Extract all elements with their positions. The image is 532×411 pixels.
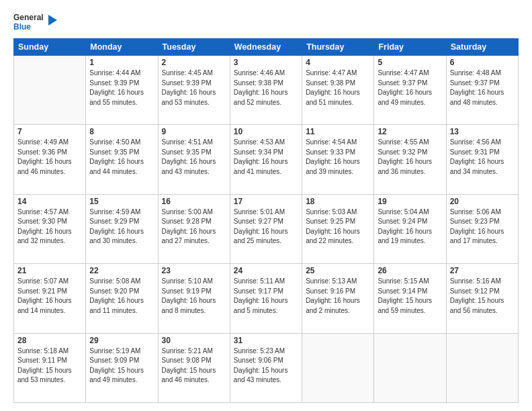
calendar-header-wednesday: Wednesday [230,39,302,56]
calendar-cell: 31Sunrise: 5:23 AM Sunset: 9:06 PM Dayli… [230,333,302,402]
day-number: 22 [89,266,154,275]
calendar-cell: 16Sunrise: 5:00 AM Sunset: 9:28 PM Dayli… [158,194,230,263]
calendar-cell: 29Sunrise: 5:19 AM Sunset: 9:09 PM Dayli… [86,333,158,402]
day-number: 15 [89,197,154,206]
day-info: Sunrise: 4:48 AM Sunset: 9:37 PM Dayligh… [450,68,515,107]
day-number: 19 [378,197,442,206]
day-info: Sunrise: 4:47 AM Sunset: 9:37 PM Dayligh… [378,68,442,107]
day-info: Sunrise: 5:18 AM Sunset: 9:11 PM Dayligh… [17,347,82,385]
calendar-week-3: 14Sunrise: 4:57 AM Sunset: 9:30 PM Dayli… [14,194,519,263]
day-number: 25 [306,266,370,275]
day-number: 27 [450,266,515,275]
day-number: 21 [17,266,82,275]
day-info: Sunrise: 5:00 AM Sunset: 9:28 PM Dayligh… [162,208,226,246]
day-info: Sunrise: 4:45 AM Sunset: 9:39 PM Dayligh… [162,68,226,107]
calendar-cell: 13Sunrise: 4:56 AM Sunset: 9:31 PM Dayli… [446,125,518,194]
day-info: Sunrise: 4:49 AM Sunset: 9:36 PM Dayligh… [17,138,82,177]
day-info: Sunrise: 5:11 AM Sunset: 9:17 PM Dayligh… [234,277,298,316]
day-info: Sunrise: 4:44 AM Sunset: 9:39 PM Dayligh… [89,68,154,107]
calendar-cell [14,56,86,125]
day-info: Sunrise: 5:13 AM Sunset: 9:16 PM Dayligh… [306,277,370,316]
day-info: Sunrise: 4:53 AM Sunset: 9:34 PM Dayligh… [234,138,298,177]
day-number: 23 [162,266,226,275]
day-number: 10 [234,127,298,136]
calendar-cell: 11Sunrise: 4:54 AM Sunset: 9:33 PM Dayli… [302,125,374,194]
calendar-cell: 9Sunrise: 4:51 AM Sunset: 9:35 PM Daylig… [158,125,230,194]
page: General Blue SundayMondayTuesdayWednesda… [0,0,532,411]
calendar-table: SundayMondayTuesdayWednesdayThursdayFrid… [13,38,519,403]
day-info: Sunrise: 4:56 AM Sunset: 9:31 PM Dayligh… [450,138,515,177]
calendar-cell: 4Sunrise: 4:47 AM Sunset: 9:38 PM Daylig… [302,56,374,125]
day-info: Sunrise: 4:54 AM Sunset: 9:33 PM Dayligh… [306,138,370,177]
logo: General Blue [13,11,57,34]
day-number: 3 [234,58,298,67]
day-info: Sunrise: 5:07 AM Sunset: 9:21 PM Dayligh… [17,277,82,316]
calendar-cell: 14Sunrise: 4:57 AM Sunset: 9:30 PM Dayli… [14,194,86,263]
day-number: 1 [89,58,154,67]
calendar-header-sunday: Sunday [14,39,86,56]
svg-marker-2 [48,15,57,26]
calendar-week-1: 1Sunrise: 4:44 AM Sunset: 9:39 PM Daylig… [14,56,519,125]
calendar-week-2: 7Sunrise: 4:49 AM Sunset: 9:36 PM Daylig… [14,125,519,194]
calendar-header-thursday: Thursday [302,39,374,56]
calendar-cell: 1Sunrise: 4:44 AM Sunset: 9:39 PM Daylig… [86,56,158,125]
calendar-cell: 26Sunrise: 5:15 AM Sunset: 9:14 PM Dayli… [374,264,446,333]
svg-text:Blue: Blue [13,22,31,32]
day-info: Sunrise: 4:55 AM Sunset: 9:32 PM Dayligh… [378,138,442,177]
calendar-header-row: SundayMondayTuesdayWednesdayThursdayFrid… [14,39,519,56]
day-number: 14 [17,197,82,206]
calendar-cell: 10Sunrise: 4:53 AM Sunset: 9:34 PM Dayli… [230,125,302,194]
calendar-cell: 2Sunrise: 4:45 AM Sunset: 9:39 PM Daylig… [158,56,230,125]
day-info: Sunrise: 5:21 AM Sunset: 9:08 PM Dayligh… [162,347,226,385]
calendar-cell: 18Sunrise: 5:03 AM Sunset: 9:25 PM Dayli… [302,194,374,263]
calendar-week-4: 21Sunrise: 5:07 AM Sunset: 9:21 PM Dayli… [14,264,519,333]
calendar-cell: 7Sunrise: 4:49 AM Sunset: 9:36 PM Daylig… [14,125,86,194]
day-number: 6 [450,58,515,67]
svg-text:General: General [13,13,44,22]
day-number: 29 [89,336,154,345]
day-number: 5 [378,58,442,67]
day-info: Sunrise: 5:10 AM Sunset: 9:19 PM Dayligh… [162,277,226,316]
day-number: 31 [234,336,298,345]
calendar-cell: 30Sunrise: 5:21 AM Sunset: 9:08 PM Dayli… [158,333,230,402]
day-info: Sunrise: 4:59 AM Sunset: 9:29 PM Dayligh… [89,208,154,246]
calendar-cell: 21Sunrise: 5:07 AM Sunset: 9:21 PM Dayli… [14,264,86,333]
calendar-header-monday: Monday [86,39,158,56]
day-number: 9 [162,127,226,136]
day-number: 18 [306,197,370,206]
day-number: 11 [306,127,370,136]
calendar-cell [374,333,446,402]
calendar-cell: 8Sunrise: 4:50 AM Sunset: 9:35 PM Daylig… [86,125,158,194]
calendar-cell: 15Sunrise: 4:59 AM Sunset: 9:29 PM Dayli… [86,194,158,263]
calendar-cell: 12Sunrise: 4:55 AM Sunset: 9:32 PM Dayli… [374,125,446,194]
calendar-cell: 22Sunrise: 5:08 AM Sunset: 9:20 PM Dayli… [86,264,158,333]
calendar-cell: 24Sunrise: 5:11 AM Sunset: 9:17 PM Dayli… [230,264,302,333]
calendar-cell: 20Sunrise: 5:06 AM Sunset: 9:23 PM Dayli… [446,194,518,263]
day-number: 24 [234,266,298,275]
calendar-cell: 17Sunrise: 5:01 AM Sunset: 9:27 PM Dayli… [230,194,302,263]
calendar-cell: 6Sunrise: 4:48 AM Sunset: 9:37 PM Daylig… [446,56,518,125]
day-number: 4 [306,58,370,67]
calendar-cell: 27Sunrise: 5:16 AM Sunset: 9:12 PM Dayli… [446,264,518,333]
calendar-cell: 25Sunrise: 5:13 AM Sunset: 9:16 PM Dayli… [302,264,374,333]
day-info: Sunrise: 5:06 AM Sunset: 9:23 PM Dayligh… [450,208,515,246]
day-info: Sunrise: 5:08 AM Sunset: 9:20 PM Dayligh… [89,277,154,316]
day-number: 13 [450,127,515,136]
calendar-cell: 3Sunrise: 4:46 AM Sunset: 9:38 PM Daylig… [230,56,302,125]
calendar-cell: 23Sunrise: 5:10 AM Sunset: 9:19 PM Dayli… [158,264,230,333]
day-number: 7 [17,127,82,136]
calendar-cell: 28Sunrise: 5:18 AM Sunset: 9:11 PM Dayli… [14,333,86,402]
day-info: Sunrise: 5:16 AM Sunset: 9:12 PM Dayligh… [450,277,515,316]
day-info: Sunrise: 5:01 AM Sunset: 9:27 PM Dayligh… [234,208,298,246]
day-info: Sunrise: 4:57 AM Sunset: 9:30 PM Dayligh… [17,208,82,246]
calendar-week-5: 28Sunrise: 5:18 AM Sunset: 9:11 PM Dayli… [14,333,519,402]
day-info: Sunrise: 5:23 AM Sunset: 9:06 PM Dayligh… [234,347,298,385]
day-info: Sunrise: 4:50 AM Sunset: 9:35 PM Dayligh… [89,138,154,177]
calendar-header-friday: Friday [374,39,446,56]
day-number: 8 [89,127,154,136]
day-number: 28 [17,336,82,345]
day-info: Sunrise: 5:19 AM Sunset: 9:09 PM Dayligh… [89,347,154,385]
logo-svg: General Blue [13,11,57,34]
day-info: Sunrise: 5:03 AM Sunset: 9:25 PM Dayligh… [306,208,370,246]
day-number: 12 [378,127,442,136]
